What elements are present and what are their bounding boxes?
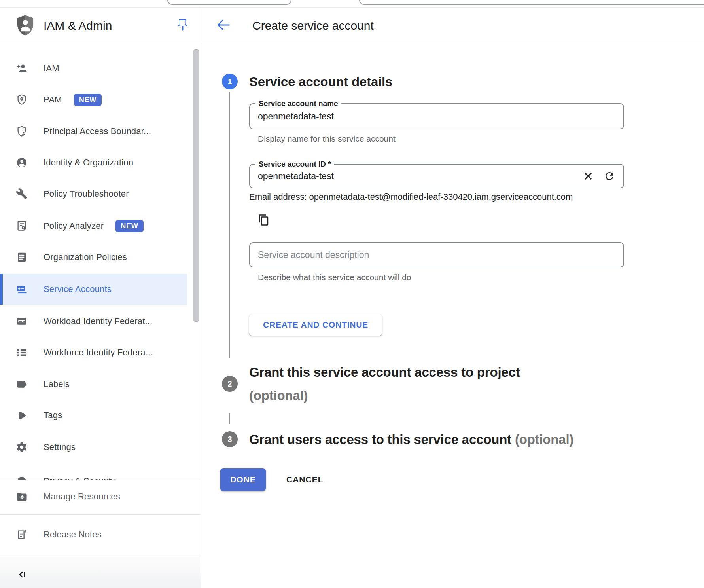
create-service-account-page: IAM & Admin Create service account IAM — [0, 0, 704, 588]
sidebar-item-iam[interactable]: IAM — [0, 53, 187, 84]
step-3-title-optional: (optional) — [511, 432, 573, 447]
back-arrow-icon[interactable] — [216, 18, 231, 32]
service-account-description-field-box — [249, 242, 624, 267]
list-icon — [16, 347, 28, 358]
done-button[interactable]: DONE — [220, 468, 266, 491]
sidebar-item-workload-identity-federation[interactable]: Workload Identity Federat... — [0, 306, 187, 337]
gear-icon — [16, 441, 28, 453]
step-1-circle: 1 — [222, 74, 238, 89]
service-account-id-input[interactable] — [258, 165, 562, 188]
wrench-icon — [16, 188, 28, 200]
sidebar-item-privacy-security[interactable]: Privacy & Security — [0, 466, 187, 480]
step-3-title: Grant users access to this service accou… — [249, 432, 573, 447]
new-badge: NEW — [115, 220, 143, 232]
folder-gear-icon — [16, 491, 28, 503]
shield-key-icon — [16, 94, 28, 106]
sidebar-item-policy-analyzer[interactable]: Policy Analyzer NEW — [0, 211, 187, 241]
service-account-id-field-box: Service account ID * — [249, 164, 624, 188]
service-account-name-input[interactable] — [258, 104, 606, 129]
sidebar-item-label: Organization Policies — [44, 252, 127, 262]
stepper-line-2 — [229, 413, 230, 424]
top-divider — [0, 7, 704, 8]
sidebar-footer-divider-2 — [0, 514, 201, 515]
sidebar-item-label: Manage Resources — [44, 491, 120, 502]
sidebar: IAM PAM NEW Princip — [0, 44, 201, 480]
sidebar-item-settings[interactable]: Settings — [0, 432, 187, 463]
copy-email-icon[interactable] — [258, 214, 270, 226]
step-3-title-text: Grant users access to this service accou… — [249, 432, 511, 447]
step-2-circle: 2 — [222, 376, 238, 392]
description-helper-text: Describe what this service account will … — [258, 273, 411, 282]
shield-person-icon — [16, 125, 28, 137]
sidebar-item-label: IAM — [44, 63, 59, 74]
sidebar-item-label: Policy Analyzer — [44, 221, 104, 231]
service-account-description-input[interactable] — [258, 243, 606, 267]
page-title: Create service account — [252, 19, 374, 33]
sidebar-footer-divider-1 — [0, 480, 201, 480]
sidebar-item-policy-troubleshooter[interactable]: Policy Troubleshooter — [0, 178, 187, 209]
sidebar-divider — [201, 7, 201, 588]
sidebar-item-label: Workforce Identity Federa... — [44, 347, 153, 358]
top-input-remnant-right — [359, 0, 704, 5]
sidebar-item-workforce-identity-federation[interactable]: Workforce Identity Federa... — [0, 337, 187, 368]
sidebar-item-label: Identity & Organization — [44, 157, 133, 168]
sidebar-item-identity-organization[interactable]: Identity & Organization — [0, 147, 187, 178]
person-circle-icon — [16, 157, 28, 169]
sidebar-item-label: Privacy & Security — [44, 476, 115, 480]
sidebar-item-labels[interactable]: Labels — [0, 369, 187, 400]
sidebar-item-label: Tags — [44, 410, 62, 421]
sidebar-item-label: Service Accounts — [44, 284, 112, 294]
sidebar-item-principal-access-boundary[interactable]: Principal Access Boundar... — [0, 116, 187, 147]
step-1-number: 1 — [227, 77, 232, 86]
service-account-name-field-box: Service account name — [249, 103, 624, 129]
refresh-id-icon[interactable] — [603, 169, 616, 183]
sidebar-item-organization-policies[interactable]: Organization Policies — [0, 242, 187, 273]
sidebar-item-label: Settings — [44, 442, 76, 452]
new-badge: NEW — [74, 94, 102, 106]
top-input-remnant-left — [167, 0, 291, 5]
sidebar-item-label: Release Notes — [44, 529, 102, 540]
name-helper-text: Display name for this service account — [258, 134, 396, 144]
step-3-circle: 3 — [222, 431, 238, 447]
step-3-number: 3 — [227, 435, 232, 444]
umbrella-icon — [16, 475, 28, 480]
card-icon — [16, 315, 28, 327]
pin-icon[interactable] — [176, 18, 190, 32]
collapse-sidebar-icon[interactable] — [16, 568, 28, 581]
sidebar-item-pam[interactable]: PAM NEW — [0, 84, 187, 115]
create-and-continue-button[interactable]: CREATE AND CONTINUE — [249, 314, 382, 336]
step-2-title-line1: Grant this service account access to pro… — [249, 365, 520, 380]
doc-search-icon — [16, 220, 28, 232]
sidebar-item-release-notes[interactable]: Release Notes — [0, 519, 187, 550]
label-icon — [16, 378, 28, 390]
sidebar-item-tags[interactable]: Tags — [0, 400, 187, 431]
service-account-icon — [16, 283, 28, 295]
tag-icon — [16, 410, 28, 421]
email-address-line: Email address: openmetadata-test@modifie… — [249, 192, 573, 202]
stepper-line-1 — [229, 92, 230, 358]
sidebar-bottom-pane — [0, 554, 201, 588]
sidebar-item-label: Labels — [44, 379, 70, 389]
doc-sparkle-icon — [16, 529, 28, 541]
step-2-number: 2 — [227, 379, 232, 389]
sidebar-item-label: PAM — [44, 95, 62, 105]
sidebar-item-label: Principal Access Boundar... — [44, 126, 151, 137]
step-1-title: Service account details — [249, 74, 392, 89]
person-add-icon — [16, 63, 28, 74]
sidebar-item-label: Policy Troubleshooter — [44, 189, 129, 199]
product-title: IAM & Admin — [44, 19, 112, 33]
clear-id-icon[interactable] — [581, 169, 595, 183]
sidebar-scrollbar[interactable] — [193, 49, 199, 322]
doc-lines-icon — [16, 251, 28, 263]
iam-admin-logo-icon — [15, 14, 36, 37]
sidebar-item-service-accounts[interactable]: Service Accounts — [0, 274, 187, 305]
sidebar-item-manage-resources[interactable]: Manage Resources — [0, 481, 187, 512]
cancel-button[interactable]: CANCEL — [282, 468, 328, 491]
step-2-title-line2: (optional) — [249, 388, 308, 403]
sidebar-item-label: Workload Identity Federat... — [44, 316, 152, 326]
